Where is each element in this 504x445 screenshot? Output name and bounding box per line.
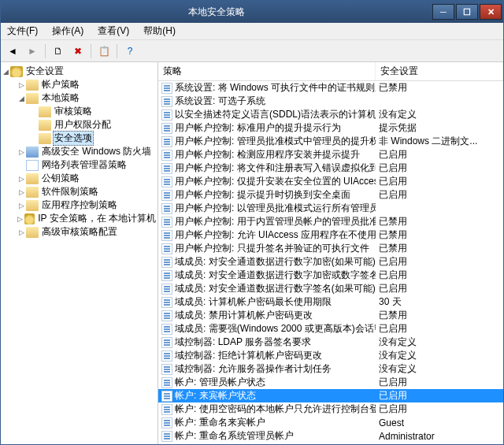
policy-row[interactable]: 用户帐户控制: 仅提升安装在安全位置的 UIAccess 应用程序已启用	[158, 175, 503, 188]
policy-row[interactable]: 帐户: 使用空密码的本地帐户只允许进行控制台登录已启用	[158, 402, 503, 416]
lock-icon	[24, 213, 35, 224]
window-title: 本地安全策略	[2, 6, 431, 19]
navigation-tree[interactable]: ◢安全设置▷帐户策略◢本地策略审核策略用户权限分配安全选项▷高级安全 Windo…	[1, 62, 158, 444]
policy-row[interactable]: 用户帐户控制: 只提升签名并验证的可执行文件已禁用	[158, 242, 503, 255]
setting-cell: 没有定义	[376, 108, 503, 121]
blue-icon	[26, 146, 39, 158]
policy-icon	[161, 324, 172, 335]
expand-icon[interactable]: ▷	[17, 188, 26, 196]
policy-icon	[161, 431, 172, 442]
toolbar-separator	[45, 44, 46, 58]
setting-cell: 没有定义	[376, 336, 503, 349]
setting-cell: 已启用	[376, 389, 503, 402]
expand-icon[interactable]: ▷	[17, 202, 26, 210]
policy-icon	[161, 377, 172, 388]
policy-row[interactable]: 用户帐户控制: 提示提升时切换到安全桌面已启用	[158, 188, 503, 202]
policy-icon	[161, 176, 172, 187]
tree-node[interactable]: ▷高级审核策略配置	[1, 225, 158, 239]
policy-row[interactable]: 帐户: 重命名来宾帐户Guest	[158, 416, 503, 429]
policy-row[interactable]: 域成员: 对安全通道数据进行数字加密(如果可能)已启用	[158, 255, 503, 269]
policy-row[interactable]: 域成员: 需要强(Windows 2000 或更高版本)会话密钥已启用	[158, 322, 503, 336]
expand-icon[interactable]: ▷	[17, 175, 26, 183]
setting-cell: 已启用	[376, 376, 503, 389]
maximize-button[interactable]: ☐	[456, 4, 478, 20]
policy-row[interactable]: 域成员: 对安全通道数据进行数字加密或数字签名(始终)已启用	[158, 269, 503, 282]
policy-row[interactable]: 系统设置: 将 Windows 可执行文件中的证书规则用于软件...已禁用	[158, 81, 503, 95]
tree-node[interactable]: ▷IP 安全策略，在 本地计算机	[1, 212, 158, 225]
policy-cell: 域控制器: LDAP 服务器签名要求	[158, 336, 376, 349]
tree-node[interactable]: 审核策略	[1, 105, 158, 118]
policy-row[interactable]: 域成员: 对安全通道数据进行数字签名(如果可能)已启用	[158, 282, 503, 295]
tree-node[interactable]: 安全选项	[1, 132, 158, 145]
forward-button[interactable]: ►	[24, 43, 41, 60]
policy-row[interactable]: 域成员: 禁用计算机帐户密码更改已禁用	[158, 309, 503, 322]
menu-file[interactable]: 文件(F)	[4, 23, 41, 39]
toolbar: ◄ ► 🗋 ✖ 📋 ?	[1, 40, 503, 62]
expand-icon[interactable]: ◢	[1, 68, 10, 76]
policy-row[interactable]: 域控制器: 允许服务器操作者计划任务没有定义	[158, 362, 503, 376]
tree-node[interactable]: 网络列表管理器策略	[1, 158, 158, 172]
policy-row[interactable]: 域控制器: LDAP 服务器签名要求没有定义	[158, 336, 503, 349]
policy-icon	[161, 96, 172, 107]
refresh-icon[interactable]: 📋	[95, 43, 113, 60]
folder-icon	[26, 173, 39, 184]
tree-node[interactable]: ▷高级安全 Windows 防火墙	[1, 145, 158, 158]
expand-icon[interactable]: ▷	[17, 148, 26, 156]
policy-cell: 以安全描述符定义语言(SDDL)语法表示的计算机访问限制	[158, 108, 376, 121]
policy-row[interactable]: 帐户: 重命名系统管理员帐户Administrator	[158, 429, 503, 443]
setting-cell: 已启用	[376, 322, 503, 336]
policy-icon	[161, 83, 172, 94]
policy-row[interactable]: 用户帐户控制: 以管理员批准模式运行所有管理员	[158, 202, 503, 215]
policy-row[interactable]: 域控制器: 拒绝计算机帐户密码更改没有定义	[158, 349, 503, 362]
expand-icon[interactable]: ◢	[17, 95, 26, 102]
menu-view[interactable]: 查看(V)	[94, 23, 132, 39]
setting-cell: 已禁用	[376, 228, 503, 242]
close-button[interactable]: ✕	[480, 4, 502, 20]
help-icon[interactable]: ?	[121, 43, 139, 60]
tree-node[interactable]: ▷公钥策略	[1, 172, 158, 185]
tree-node[interactable]: ◢本地策略	[1, 91, 158, 105]
policy-cell: 帐户: 重命名系统管理员帐户	[158, 429, 376, 443]
menu-help[interactable]: 帮助(H)	[140, 23, 179, 39]
policy-row[interactable]: 帐户: 阻止 Microsoft 帐户没有定义	[158, 443, 503, 444]
policy-cell: 用户帐户控制: 以管理员批准模式运行所有管理员	[158, 202, 376, 215]
folder-icon	[39, 106, 51, 117]
policy-list[interactable]: 策略 安全设置 系统设置: 将 Windows 可执行文件中的证书规则用于软件.…	[158, 62, 503, 444]
policy-icon	[161, 243, 172, 254]
menu-action[interactable]: 操作(A)	[49, 23, 87, 39]
policy-icon	[161, 444, 172, 445]
delete-icon[interactable]: ✖	[69, 43, 87, 60]
policy-row[interactable]: 用户帐户控制: 将文件和注册表写入错误虚拟化到每用户位置已启用	[158, 161, 503, 175]
policy-row[interactable]: 用户帐户控制: 用于内置管理员帐户的管理员批准模式已禁用	[158, 215, 503, 228]
export-icon[interactable]: 🗋	[50, 43, 67, 60]
back-button[interactable]: ◄	[4, 43, 21, 60]
setting-cell: 已禁用	[376, 215, 503, 228]
policy-row[interactable]: 用户帐户控制: 管理员批准模式中管理员的提升权限提示的...非 Windows …	[158, 135, 503, 148]
policy-cell: 域成员: 对安全通道数据进行数字加密(如果可能)	[158, 255, 376, 269]
policy-row[interactable]: 以安全描述符定义语言(SDDL)语法表示的计算机访问限制没有定义	[158, 108, 503, 121]
tree-node[interactable]: ▷应用程序控制策略	[1, 198, 158, 212]
expand-icon[interactable]: ▷	[17, 81, 26, 89]
tree-node[interactable]: ▷软件限制策略	[1, 185, 158, 198]
policy-row[interactable]: 帐户: 来宾帐户状态已启用	[158, 389, 503, 402]
expand-icon[interactable]: ▷	[17, 228, 26, 236]
policy-row[interactable]: 系统设置: 可选子系统	[158, 95, 503, 108]
tree-root[interactable]: ◢安全设置	[1, 65, 158, 78]
column-setting[interactable]: 安全设置	[376, 62, 503, 80]
tree-node[interactable]: ▷帐户策略	[1, 78, 158, 91]
tree-node[interactable]: 用户权限分配	[1, 118, 158, 132]
policy-row[interactable]: 用户帐户控制: 检测应用程序安装并提示提升已启用	[158, 148, 503, 161]
policy-cell: 域控制器: 拒绝计算机帐户密码更改	[158, 349, 376, 362]
setting-cell: 已启用	[376, 269, 503, 282]
policy-row[interactable]: 用户帐户控制: 标准用户的提升提示行为提示凭据	[158, 121, 503, 135]
minimize-button[interactable]: ─	[432, 4, 454, 20]
setting-cell: 没有定义	[376, 349, 503, 362]
column-policy[interactable]: 策略	[158, 62, 376, 80]
folder-icon	[26, 200, 39, 211]
setting-cell: 已启用	[376, 402, 503, 416]
policy-row[interactable]: 域成员: 计算机帐户密码最长使用期限30 天	[158, 295, 503, 309]
policy-row[interactable]: 帐户: 管理员帐户状态已启用	[158, 376, 503, 389]
expand-icon[interactable]: ▷	[17, 215, 24, 223]
policy-icon	[161, 364, 172, 375]
policy-row[interactable]: 用户帐户控制: 允许 UIAccess 应用程序在不使用安全桌面...已禁用	[158, 228, 503, 242]
